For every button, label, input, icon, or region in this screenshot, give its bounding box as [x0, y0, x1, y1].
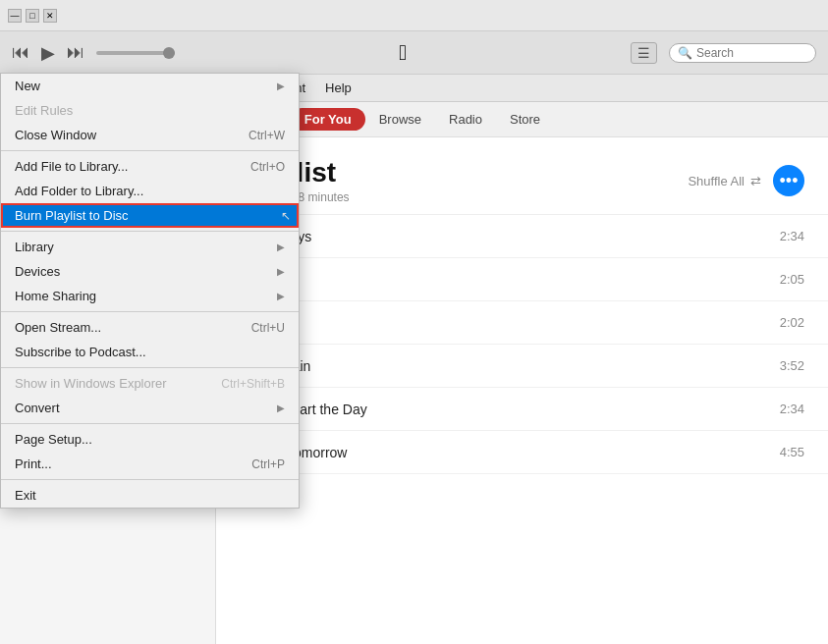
song-list: Better Days 2:34 Buddy 2:05 Friend 2:02 …: [216, 215, 828, 644]
shuffle-icon: ⇄: [750, 174, 761, 188]
menu-help[interactable]: Help: [315, 77, 361, 99]
menu-item-label: Close Window: [15, 128, 96, 142]
submenu-arrow-icon: ▶: [277, 242, 285, 252]
submenu-arrow-icon: ▶: [277, 402, 285, 413]
window-controls[interactable]: — □ ✕: [8, 9, 57, 23]
song-duration: 2:34: [780, 229, 804, 243]
submenu-arrow-icon: ▶: [277, 80, 285, 91]
menu-item-new[interactable]: New ▶: [1, 74, 299, 98]
song-name: Friend: [240, 315, 780, 331]
more-options-button[interactable]: •••: [773, 165, 804, 196]
shuffle-label: Shuffle All: [688, 174, 745, 188]
menu-item-exit[interactable]: Exit: [1, 483, 299, 508]
song-duration: 2:02: [780, 315, 804, 330]
menu-item-label: Print...: [15, 456, 52, 471]
playlist-actions: Shuffle All ⇄ •••: [688, 165, 804, 196]
menu-item-label: Home Sharing: [15, 289, 96, 303]
shortcut-label: Ctrl+Shift+B: [221, 377, 285, 391]
content-area: Library For You Browse Radio Store Playl…: [216, 102, 828, 644]
menu-item-label: Add Folder to Library...: [15, 184, 143, 198]
menu-item-label: New: [15, 79, 40, 93]
song-name: Buddy: [240, 272, 780, 288]
menu-item-edit-rules: Edit Rules: [1, 98, 299, 123]
volume-thumb: [163, 47, 175, 59]
menu-item-library[interactable]: Library ▶: [1, 235, 299, 259]
song-row[interactable]: Friend 2:02: [216, 301, 828, 345]
menu-item-label: Show in Windows Explorer: [15, 376, 167, 391]
song-row[interactable]: Better Days 2:34: [216, 215, 828, 258]
tab-browse[interactable]: Browse: [365, 108, 435, 131]
shortcut-label: Ctrl+W: [248, 129, 285, 142]
submenu-arrow-icon: ▶: [277, 291, 285, 301]
menu-item-label: Convert: [15, 401, 60, 415]
song-name: Tomorrow: [287, 445, 780, 460]
menu-item-label: Exit: [15, 488, 36, 503]
separator: [1, 479, 299, 480]
menu-item-print[interactable]: Print... Ctrl+P: [1, 452, 299, 476]
close-button[interactable]: ✕: [43, 9, 57, 23]
song-row[interactable]: Once Again 3:52: [216, 345, 828, 388]
menu-item-home-sharing[interactable]: Home Sharing ▶: [1, 284, 299, 308]
apple-logo: : [187, 40, 619, 66]
menu-item-page-setup[interactable]: Page Setup...: [1, 427, 299, 452]
volume-slider[interactable]: [96, 51, 175, 55]
menu-item-convert[interactable]: Convert ▶: [1, 396, 299, 420]
menu-item-label: Subscribe to Podcast...: [15, 345, 146, 359]
tab-store[interactable]: Store: [496, 108, 554, 131]
song-duration: 2:34: [780, 402, 804, 416]
song-row[interactable]: Buddy 2:05: [216, 258, 828, 301]
cursor-indicator: ↖: [281, 209, 291, 223]
menu-item-devices[interactable]: Devices ▶: [1, 259, 299, 284]
menu-item-label: Add File to Library...: [15, 159, 128, 174]
menu-item-open-stream[interactable]: Open Stream... Ctrl+U: [1, 315, 299, 340]
shortcut-label: Ctrl+P: [251, 457, 285, 471]
file-dropdown-menu: New ▶ Edit Rules Close Window Ctrl+W Add…: [0, 73, 300, 509]
shuffle-button[interactable]: Shuffle All ⇄: [688, 174, 761, 188]
song-name: Better Days: [240, 229, 780, 244]
shortcut-label: Ctrl+O: [250, 160, 285, 174]
title-bar: — □ ✕: [0, 0, 828, 31]
play-button[interactable]: ▶: [41, 42, 55, 64]
rewind-button[interactable]: ⏮: [12, 42, 29, 63]
search-input[interactable]: [696, 46, 804, 60]
separator: [1, 231, 299, 232]
playlist-header: Playlist 6 songs • 18 minutes Shuffle Al…: [216, 137, 828, 215]
menu-item-burn-playlist[interactable]: Burn Playlist to Disc ↖: [1, 203, 299, 228]
song-duration: 3:52: [780, 358, 804, 373]
forward-button[interactable]: ⏭: [67, 42, 84, 63]
menu-item-close-window[interactable]: Close Window Ctrl+W: [1, 123, 299, 147]
song-name: Start the Day: [287, 402, 780, 417]
menu-item-subscribe-podcast[interactable]: Subscribe to Podcast...: [1, 340, 299, 364]
song-name: Once Again: [240, 358, 780, 374]
search-box[interactable]: 🔍: [669, 43, 816, 63]
menu-item-label: Edit Rules: [15, 103, 73, 118]
menu-item-label: Page Setup...: [15, 432, 92, 447]
menu-item-add-file[interactable]: Add File to Library... Ctrl+O: [1, 154, 299, 179]
menu-item-label: Devices: [15, 264, 60, 279]
tab-radio[interactable]: Radio: [435, 108, 496, 131]
maximize-button[interactable]: □: [26, 9, 39, 23]
menu-item-show-explorer: Show in Windows Explorer Ctrl+Shift+B: [1, 371, 299, 396]
menu-item-add-folder[interactable]: Add Folder to Library...: [1, 179, 299, 203]
menu-item-label: Open Stream...: [15, 320, 101, 335]
song-row[interactable]: ♪ Start the Day 2:34: [216, 388, 828, 431]
separator: [1, 311, 299, 312]
playback-bar: ⏮ ▶ ⏭  ☰ 🔍: [0, 31, 828, 75]
song-row[interactable]: ♪ Tomorrow 4:55: [216, 431, 828, 474]
song-duration: 4:55: [780, 445, 804, 459]
submenu-arrow-icon: ▶: [277, 266, 285, 277]
list-view-button[interactable]: ☰: [631, 42, 657, 64]
menu-item-label: Burn Playlist to Disc: [15, 208, 129, 223]
song-duration: 2:05: [780, 272, 804, 287]
search-icon: 🔍: [678, 46, 692, 60]
nav-tabs: Library For You Browse Radio Store: [216, 102, 828, 137]
menu-item-label: Library: [15, 240, 54, 254]
shortcut-label: Ctrl+U: [251, 321, 285, 335]
separator: [1, 150, 299, 151]
minimize-button[interactable]: —: [8, 9, 22, 23]
separator: [1, 423, 299, 424]
tab-for-you[interactable]: For You: [291, 108, 365, 131]
separator: [1, 367, 299, 368]
